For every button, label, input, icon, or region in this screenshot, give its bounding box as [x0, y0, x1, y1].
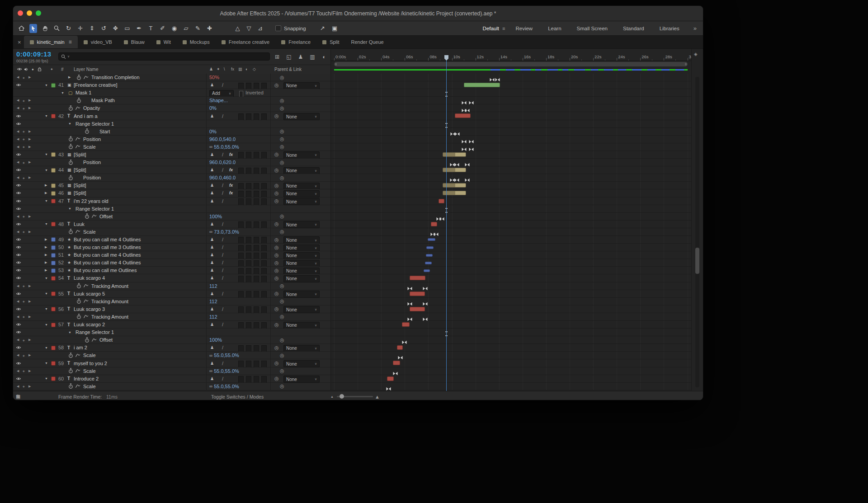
shy-switch-icon[interactable]: ♟	[210, 321, 214, 328]
shy-switch-icon[interactable]: ♟	[210, 182, 214, 189]
property-pick-whip-icon[interactable]: ◎	[280, 313, 284, 320]
layer-duration-bar[interactable]	[387, 376, 393, 381]
group-name[interactable]: Range Selector 1	[75, 205, 114, 212]
parent-dropdown[interactable]: None∨	[283, 345, 320, 352]
layer-name[interactable]: [Split]	[74, 166, 86, 174]
parent-pick-whip-icon[interactable]: ◎	[274, 151, 279, 158]
property-pick-whip-icon[interactable]: ◎	[280, 136, 284, 143]
label-color-chip[interactable]	[51, 376, 56, 381]
label-color-chip[interactable]	[51, 191, 56, 196]
add-keyframe-button[interactable]: ◆	[23, 97, 25, 104]
parent-pick-whip-icon[interactable]: ◎	[274, 306, 279, 313]
eye-icon[interactable]	[16, 205, 21, 212]
expand-toggle-icon[interactable]: ▼	[45, 321, 48, 328]
parent-dropdown[interactable]: None∨	[283, 291, 320, 298]
label-color-chip[interactable]	[51, 237, 56, 242]
graph-editor-toggle-icon[interactable]	[75, 228, 80, 235]
parent-pick-whip-icon[interactable]: ◎	[274, 112, 279, 119]
layer-name[interactable]: [Freelance creative]	[74, 81, 118, 89]
previous-keyframe-button[interactable]: ◀	[17, 97, 19, 104]
shy-switch-icon[interactable]: ♟	[210, 259, 214, 266]
add-keyframe-button[interactable]: ◆	[23, 336, 25, 343]
property-pick-whip-icon[interactable]: ◎	[280, 143, 284, 150]
layer-name[interactable]: But you can call me Outlines	[74, 267, 137, 274]
property-value[interactable]: 960.0,540.0	[209, 136, 236, 143]
previous-keyframe-button[interactable]: ◀	[17, 228, 19, 235]
property-name[interactable]: Tracking Amount	[91, 313, 128, 320]
next-keyframe-button[interactable]: ▶	[28, 159, 31, 166]
parent-dropdown[interactable]: None∨	[283, 151, 320, 159]
layer-duration-bar[interactable]	[426, 246, 434, 249]
expand-toggle-icon[interactable]: ▶	[45, 259, 47, 266]
next-keyframe-button[interactable]: ▶	[28, 213, 31, 220]
graph-editor-toggle-icon[interactable]	[75, 143, 80, 150]
keyframe-icon[interactable]	[393, 369, 398, 373]
layer-name[interactable]: [Split]	[74, 189, 86, 197]
eye-icon[interactable]	[16, 329, 21, 336]
keyframe-icon[interactable]	[455, 130, 460, 134]
parent-dropdown[interactable]: None∨	[283, 376, 320, 383]
layer-duration-bar[interactable]	[397, 345, 403, 350]
keyframe-icon[interactable]	[407, 315, 412, 319]
orbit-camera-tool[interactable]: ↻	[65, 24, 72, 33]
shy-switch-icon[interactable]: ♟	[210, 166, 214, 174]
eye-icon[interactable]	[16, 251, 21, 259]
next-keyframe-button[interactable]: ▶	[28, 104, 31, 112]
parent-dropdown[interactable]: None∨	[283, 360, 320, 367]
add-keyframe-button[interactable]: ◆	[23, 313, 25, 320]
quality-switch-icon[interactable]: /	[222, 112, 223, 119]
add-keyframe-button[interactable]: ◆	[23, 159, 25, 166]
snapping-toggle[interactable]: Snapping	[275, 25, 306, 31]
add-keyframe-button[interactable]: ◆	[23, 213, 25, 220]
expand-toggle-icon[interactable]: ▶	[45, 182, 47, 189]
expand-toggle-icon[interactable]: ▶	[45, 236, 47, 243]
property-name[interactable]: Scale	[83, 383, 96, 390]
label-color-chip[interactable]	[51, 291, 56, 296]
time-ruler[interactable]: 0:00s02s04s06s08s10s12s14s16s18s20s22s24…	[331, 49, 691, 61]
property-value[interactable]: 100%	[209, 336, 222, 343]
add-keyframe-button[interactable]: ◆	[23, 136, 25, 143]
layer-duration-bar[interactable]	[410, 276, 425, 280]
snap-along-edges-icon[interactable]: ↗	[319, 24, 326, 33]
keyframe-icon[interactable]	[454, 160, 459, 165]
parent-pick-whip-icon[interactable]: ◎	[274, 344, 279, 351]
parent-dropdown[interactable]: None∨	[283, 260, 320, 267]
layer-name[interactable]: Luuk	[74, 221, 85, 228]
eye-icon[interactable]	[16, 166, 21, 174]
eye-icon[interactable]	[16, 189, 21, 197]
next-keyframe-button[interactable]: ▶	[28, 298, 31, 305]
stopwatch-icon[interactable]	[68, 143, 73, 150]
add-keyframe-button[interactable]: ◆	[23, 367, 25, 375]
parent-dropdown[interactable]: None∨	[283, 275, 320, 282]
shy-switch-icon[interactable]: ♟	[210, 359, 214, 367]
previous-keyframe-button[interactable]: ◀	[17, 367, 19, 375]
label-color-chip[interactable]	[51, 199, 56, 203]
zoom-in-mountains-icon[interactable]: ▲	[375, 391, 380, 400]
previous-keyframe-button[interactable]: ◀	[17, 136, 19, 143]
keyframe-icon[interactable]	[423, 315, 428, 319]
constrain-proportions-icon[interactable]: ∞	[209, 383, 212, 390]
layer-duration-bar[interactable]	[410, 291, 425, 296]
shy-switch-icon[interactable]: ♟	[210, 221, 214, 228]
tab-kinetic_main[interactable]: kinetic_main≡	[24, 36, 78, 48]
parent-dropdown[interactable]: None∨	[283, 113, 320, 120]
shy-switch-icon[interactable]: ♟	[210, 81, 214, 89]
keyframe-icon[interactable]	[469, 145, 474, 149]
quality-switch-icon[interactable]: /	[222, 359, 223, 367]
motion-blur-icon[interactable]: ◐	[321, 54, 327, 60]
expand-toggle-icon[interactable]: ▼	[45, 81, 48, 89]
property-pick-whip-icon[interactable]: ◎	[280, 367, 284, 375]
eye-icon[interactable]	[16, 259, 21, 266]
keyframe-icon[interactable]	[434, 230, 439, 234]
quality-switch-icon[interactable]: /	[222, 290, 223, 297]
label-color-chip[interactable]	[51, 168, 56, 173]
property-name[interactable]: Scale	[83, 143, 96, 150]
property-value[interactable]: 112	[209, 282, 217, 290]
property-pick-whip-icon[interactable]: ◎	[280, 159, 284, 166]
shy-switch-icon[interactable]: ♟	[210, 267, 214, 274]
stopwatch-icon[interactable]	[68, 174, 73, 181]
expand-toggle-icon[interactable]: ▶	[45, 251, 47, 259]
eye-icon[interactable]	[16, 359, 21, 367]
pen-tool[interactable]: ✒	[135, 24, 143, 33]
expand-toggle-icon[interactable]: ▼	[45, 197, 48, 205]
